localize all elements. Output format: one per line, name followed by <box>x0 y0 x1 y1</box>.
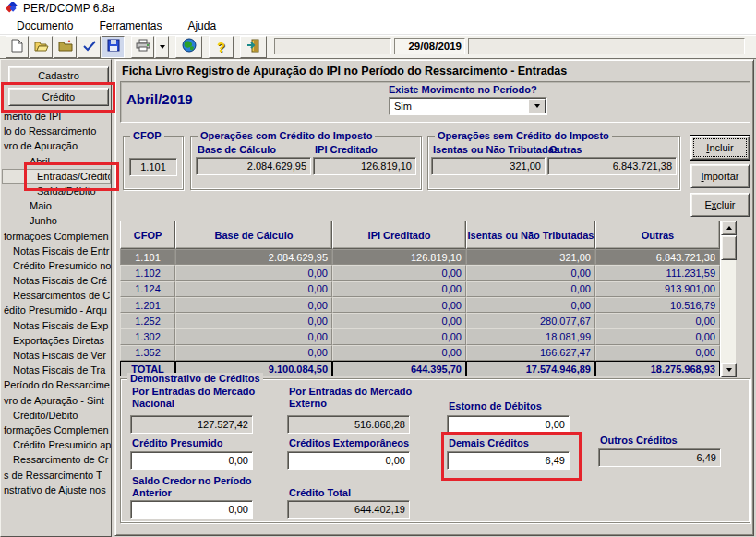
creditos-extemporaneos-label: Créditos Extemporâneos <box>289 437 409 449</box>
tree-item[interactable]: Ressarcimentos de C <box>2 288 111 303</box>
table-row[interactable]: 1.1012.084.629,95126.819,10321,006.843.7… <box>120 249 736 265</box>
open-document-button[interactable] <box>30 36 53 58</box>
movement-dropdown-button[interactable] <box>528 99 546 113</box>
tree-item[interactable]: nstrativo de Ajuste nos <box>2 483 111 497</box>
tree-item[interactable]: mento de IPI <box>2 109 111 124</box>
tree-item[interactable]: Exportações Diretas <box>2 333 111 348</box>
base-calculo-field: 2.084.629,95 <box>196 157 311 175</box>
incluir-button[interactable]: Incluir <box>690 136 750 160</box>
date-field[interactable]: 29/08/2019 <box>394 38 465 54</box>
new-document-button[interactable] <box>6 36 29 58</box>
tree-item[interactable]: Notas Fiscais de Tra <box>2 363 111 377</box>
tree-item[interactable]: Notas Fiscais de Entr <box>2 244 111 258</box>
tree-item[interactable]: Notas Fiscais de Exp <box>2 318 111 333</box>
exit-door-icon <box>246 39 261 56</box>
table-header-cell: Outras <box>595 221 720 249</box>
cfop-table: CFOPBase de CálculoIPI CreditadoIsentas … <box>120 221 736 377</box>
table-cell: 0,00 <box>175 328 332 344</box>
movement-combobox[interactable]: Sim <box>389 97 547 115</box>
tree-item[interactable]: Notas Fiscais de Ver <box>2 348 111 363</box>
sidebar-button-credito[interactable]: Crédito <box>8 88 109 106</box>
creditos-extemporaneos-field[interactable]: 0,00 <box>287 451 410 470</box>
title-bar: PER/DCOMP 6.8a <box>0 0 756 17</box>
toolbar-panel-left <box>274 38 391 54</box>
movement-value: Sim <box>390 101 546 112</box>
scroll-down-button[interactable] <box>721 363 737 377</box>
table-row[interactable]: 1.3020,000,0018.081,990,00 <box>120 328 736 344</box>
table-cell: 0,00 <box>175 345 332 361</box>
exit-button[interactable] <box>240 36 267 58</box>
credito-presumido-field[interactable]: 0,00 <box>130 451 253 470</box>
menu-documento[interactable]: Documento <box>7 19 82 32</box>
save-button[interactable] <box>102 36 125 58</box>
app-icon <box>6 2 18 15</box>
estorno-debitos-field[interactable]: 0,00 <box>447 415 570 434</box>
tree-item[interactable]: Maio <box>2 198 111 213</box>
print-button[interactable] <box>131 36 154 58</box>
table-cell: 166.627,47 <box>466 345 595 361</box>
tree-item[interactable]: Período do Ressarcime <box>2 377 111 392</box>
cfop-field: 1.101 <box>129 158 177 176</box>
tree-item[interactable]: Crédito Presumido ap <box>2 437 111 452</box>
scroll-up-button[interactable] <box>721 221 737 235</box>
menu-ajuda[interactable]: Ajuda <box>178 19 225 32</box>
importar-button[interactable]: Importar <box>690 164 750 188</box>
tree-item[interactable]: Crédito/Débito <box>2 408 111 423</box>
table-row[interactable]: 1.1240,000,000,00913.901,00 <box>120 281 736 297</box>
mercado-nacional-field: 127.527,42 <box>130 415 253 434</box>
credito-total-field: 644.402,19 <box>287 500 410 519</box>
transmit-button[interactable] <box>175 36 202 58</box>
table-header-cell: Isentas ou Não Tributadas <box>466 221 595 249</box>
demais-creditos-label: Demais Créditos <box>449 437 529 449</box>
menu-ferramentas[interactable]: Ferramentas <box>90 19 171 32</box>
validate-button[interactable] <box>78 36 101 58</box>
table-body: 1.1012.084.629,95126.819,10321,006.843.7… <box>120 249 736 376</box>
close-folder-icon <box>58 39 73 55</box>
tree-item[interactable]: Abril <box>2 154 111 169</box>
mercado-nacional-label: Por Entradas do Mercado Nacional <box>132 386 272 410</box>
movement-question-label: Existe Movimento no Período? <box>389 84 537 96</box>
tree-item[interactable]: Saída/Débito <box>2 184 111 198</box>
tree-item[interactable]: Junho <box>2 213 111 228</box>
demais-creditos-field[interactable]: 6,49 <box>447 451 570 470</box>
print-options-button[interactable] <box>155 36 169 58</box>
table-cell: 0,00 <box>466 297 595 313</box>
sidebar-button-cadastro[interactable]: Cadastro <box>8 66 109 85</box>
tree-item[interactable]: vro de Apuração <box>2 138 111 153</box>
table-row[interactable]: 1.1020,000,000,00111.231,59 <box>120 265 736 280</box>
close-document-button[interactable] <box>54 36 77 58</box>
tree-item[interactable]: formações Complemen <box>2 229 111 244</box>
help-button[interactable]: ? <box>209 36 234 58</box>
table-cell: 1.302 <box>120 328 175 344</box>
tree-item[interactable]: Ressarcimento de Cr <box>2 452 111 467</box>
table-row[interactable]: 1.2010,000,000,0010.516,79 <box>120 297 736 313</box>
with-credit-group-title: Operações com Crédito do Imposto <box>198 130 375 141</box>
table-row[interactable]: 1.3520,000,00166.627,470,00 <box>120 345 736 361</box>
table-cell: 0,00 <box>332 281 466 297</box>
credito-total-label: Crédito Total <box>289 487 351 499</box>
tree-item[interactable]: lo do Ressarcimento <box>2 124 111 138</box>
table-row[interactable]: 1.2520,000,00280.077,670,00 <box>120 313 736 328</box>
excluir-button[interactable]: Excluir <box>690 193 750 217</box>
scroll-thumb[interactable] <box>721 235 737 260</box>
table-scrollbar[interactable] <box>720 221 736 377</box>
isentas-label: Isentas ou Não Tributadas <box>433 144 559 156</box>
tree-item[interactable]: Notas Fiscais de Cré <box>2 273 111 288</box>
tree-item[interactable]: Crédito Presumido no <box>2 258 111 273</box>
base-calculo-label: Base de Cálculo <box>198 144 276 156</box>
saldo-credor-field[interactable]: 0,00 <box>130 500 253 519</box>
table-cell: 0,00 <box>175 297 332 313</box>
table-cell: 1.352 <box>120 345 175 361</box>
tree-item[interactable]: s de Ressarcimento T <box>2 468 111 483</box>
demonstrativo-group-title: Demonstrativo de Créditos <box>127 373 263 384</box>
table-header-cell: Base de Cálculo <box>175 221 332 249</box>
outros-creditos-label: Outros Créditos <box>600 435 678 447</box>
table-header-cell: CFOP <box>120 221 175 249</box>
table-cell: 1.201 <box>120 297 175 313</box>
tree-item[interactable]: édito Presumido - Arqu <box>2 303 111 317</box>
tree-item-selected[interactable]: Entradas/Crédito <box>2 169 111 184</box>
cfop-group-title: CFOP <box>130 130 164 141</box>
tree-item[interactable]: formações Complemen <box>2 423 111 437</box>
tree-item[interactable]: vro de Apuração - Sint <box>2 393 111 408</box>
estorno-debitos-label: Estorno de Débitos <box>449 400 589 412</box>
